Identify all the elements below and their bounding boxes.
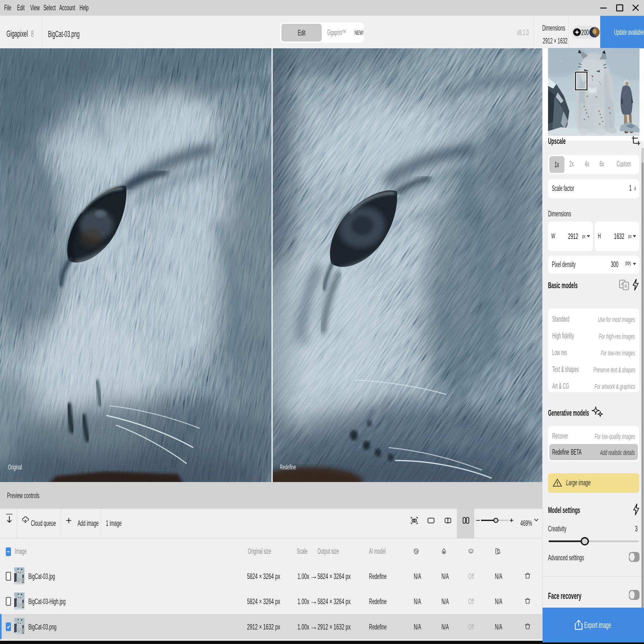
svg-text:A: A (621, 282, 623, 287)
svg-text:B: B (625, 284, 627, 289)
